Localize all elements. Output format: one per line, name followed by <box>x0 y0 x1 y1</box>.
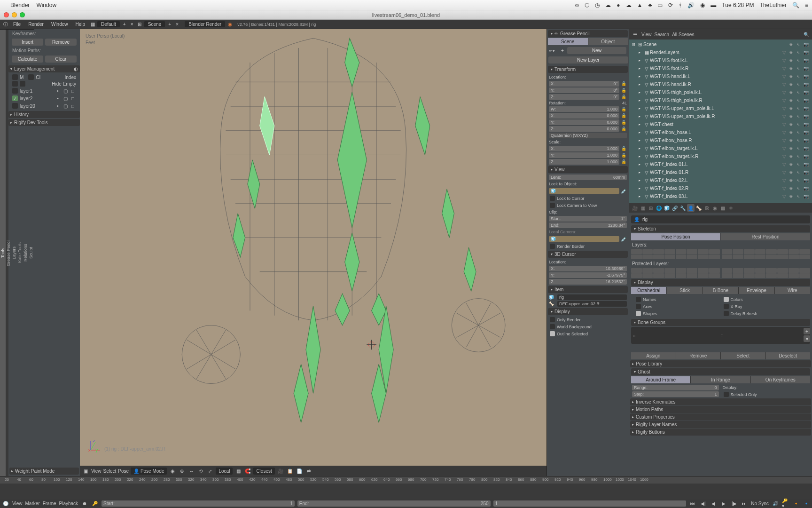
display-type-b-bone[interactable]: B-Bone <box>703 287 739 294</box>
ghost-header[interactable]: Ghost <box>631 368 810 375</box>
display-header[interactable]: Display <box>631 279 810 286</box>
layer-cell[interactable] <box>722 249 733 254</box>
layer-cell[interactable] <box>676 268 687 273</box>
rot-w-field[interactable]: W:1.000 <box>549 106 619 112</box>
layer-cell[interactable] <box>698 268 709 273</box>
custom-props-header[interactable]: Custom Properties <box>630 413 811 421</box>
lock-camera-checkbox[interactable] <box>550 203 555 208</box>
only-render-checkbox[interactable] <box>550 317 555 322</box>
layer-cell[interactable] <box>733 254 743 259</box>
eye-icon[interactable]: 👁 <box>788 154 794 159</box>
outliner-item[interactable]: ▸▽WGT-elbow_hose.R▽👁↖📷 <box>630 136 811 144</box>
world-tab-icon[interactable]: 🌐 <box>655 204 663 212</box>
layer-cell[interactable] <box>676 273 687 278</box>
keying-set-icon[interactable]: 🔑 <box>91 500 99 507</box>
specials-icon[interactable]: ▾ <box>804 335 810 342</box>
window-menu[interactable]: Window <box>47 22 72 27</box>
orientation-dropdown[interactable]: Local <box>216 468 233 475</box>
menubar-icon[interactable]: ⬡ <box>585 2 589 8</box>
screen-browse-icon[interactable]: ▦ <box>89 21 96 28</box>
material-tab-icon[interactable]: ◉ <box>711 204 718 212</box>
layer-cell[interactable] <box>799 273 810 278</box>
display-type-envelope[interactable]: Envelope <box>739 287 774 294</box>
camera-icon[interactable]: 📷 <box>803 114 809 119</box>
menubar-icon[interactable]: ☁ <box>626 2 632 8</box>
datablock-name-field[interactable]: 👤 rig <box>631 215 810 223</box>
3d-viewport[interactable]: User Persp (Local) Feet <box>80 29 547 466</box>
layer-cell[interactable] <box>777 249 788 254</box>
shapes-checkbox[interactable] <box>636 311 641 316</box>
outliner-item[interactable]: ▸▦RenderLayers▽👁↖📷 <box>630 48 811 56</box>
select-menu[interactable]: Select <box>103 468 117 474</box>
manipulator-scale-icon[interactable]: ⤢ <box>206 467 214 475</box>
username[interactable]: TheLuthier <box>760 2 787 8</box>
render-border-checkbox[interactable] <box>550 244 555 249</box>
layer-cell[interactable] <box>755 254 766 259</box>
search-menu[interactable]: Search <box>655 32 670 37</box>
outliner-item[interactable]: ▸▽WGT-elbow_target.ik.R▽👁↖📷 <box>630 152 811 160</box>
remove-button[interactable]: Remove <box>676 352 721 359</box>
eye-icon[interactable]: 👁 <box>788 50 794 55</box>
eye-icon[interactable]: 👁 <box>788 58 794 63</box>
camera-icon[interactable]: 📷 <box>803 98 809 103</box>
layer-cell[interactable] <box>755 249 766 254</box>
eye-icon[interactable]: 👁 <box>788 138 794 143</box>
outliner-item[interactable]: ▸▽WGT-elbow_hose.L▽👁↖📷 <box>630 128 811 136</box>
jump-start-icon[interactable]: ⏮ <box>689 500 696 507</box>
layer-cell[interactable] <box>733 273 743 278</box>
window-menu[interactable]: Window <box>36 2 56 8</box>
select-button[interactable]: Select <box>721 352 766 359</box>
outliner-item[interactable]: ▸▽WGT-VIS-foot.ik.L▽👁↖📷 <box>630 56 811 64</box>
scene-dropdown[interactable]: Scene <box>144 21 165 27</box>
layer-cell[interactable] <box>733 249 743 254</box>
camera-icon[interactable]: 📷 <box>803 130 809 135</box>
layer-cell[interactable] <box>687 273 697 278</box>
layer-cell[interactable] <box>687 268 697 273</box>
layer-cell[interactable] <box>698 273 709 278</box>
item-bone-field[interactable]: DEF-upper_arm.02.R <box>557 301 627 307</box>
layer-cell[interactable] <box>722 254 733 259</box>
gp-scene-tab[interactable]: Scene <box>548 38 588 45</box>
assign-button[interactable]: Assign <box>631 352 676 359</box>
pose-library-header[interactable]: Pose Library <box>630 360 811 367</box>
layer-cell[interactable] <box>631 254 642 259</box>
eye-icon[interactable]: 👁 <box>788 162 794 167</box>
eye-icon[interactable]: 👁 <box>788 74 794 79</box>
layer-cell[interactable] <box>653 249 664 254</box>
rot-mode-dropdown[interactable]: Quaternion (WXYZ) <box>549 133 627 138</box>
layer-cell[interactable] <box>642 268 653 273</box>
layer-icon[interactable]: • <box>55 103 61 109</box>
item-header[interactable]: Item <box>548 286 628 293</box>
loc-z-field[interactable]: Z:0° <box>549 94 619 100</box>
eye-icon[interactable]: 👁 <box>788 98 794 103</box>
eye-icon[interactable]: 👁 <box>788 186 794 191</box>
outliner-item[interactable]: ▸▽WGT-VIS-upper_arm_pole.ik.R▽👁↖📷 <box>630 112 811 120</box>
layer-cell[interactable] <box>698 254 709 259</box>
snap-target-dropdown[interactable]: Closest <box>253 468 274 475</box>
start-frame-field[interactable]: Start:1 <box>102 500 295 507</box>
delete-scene-icon[interactable]: × <box>173 21 181 28</box>
minimize-window-button[interactable] <box>12 12 17 17</box>
layer-cell[interactable] <box>799 268 810 273</box>
menubar-icon[interactable]: ♣ <box>648 2 652 8</box>
menubar-icon[interactable]: ● <box>617 2 620 8</box>
eye-icon[interactable]: 👁 <box>788 66 794 71</box>
camera-icon[interactable]: 📷 <box>803 42 809 47</box>
layer-cell[interactable] <box>709 268 720 273</box>
cursor-icon[interactable]: ↖ <box>795 146 802 151</box>
bluetooth-icon[interactable]: ᚼ <box>679 2 682 8</box>
camera-icon[interactable]: 📷 <box>803 194 809 199</box>
outliner-item[interactable]: ▸▽WGT-VIS-thigh_pole.ik.R▽👁↖📷 <box>630 96 811 104</box>
lock-icon[interactable]: 🔓 <box>620 95 627 99</box>
layer-cell[interactable] <box>789 249 799 254</box>
layer-cell[interactable] <box>766 249 777 254</box>
layer-cell[interactable] <box>789 254 799 259</box>
deselect-button[interactable]: Deselect <box>766 352 811 359</box>
cursor-icon[interactable]: ↖ <box>795 106 802 111</box>
play-icon[interactable]: ▶ <box>720 500 727 507</box>
layer-cell[interactable] <box>766 273 777 278</box>
camera-icon[interactable]: 📷 <box>803 90 809 95</box>
display-header[interactable]: Display <box>548 308 628 315</box>
cursor-icon[interactable]: ↖ <box>795 186 802 191</box>
armature-layers[interactable] <box>631 249 810 259</box>
